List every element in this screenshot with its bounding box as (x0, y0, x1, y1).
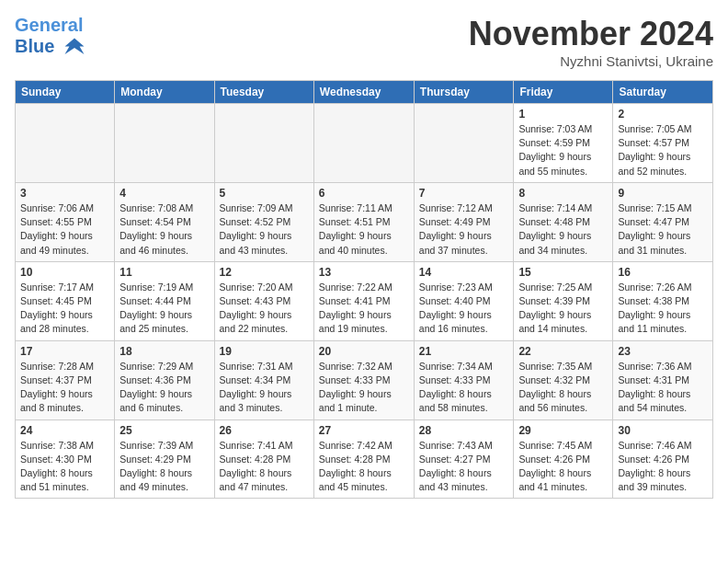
day-cell-27: 27Sunrise: 7:42 AM Sunset: 4:28 PM Dayli… (313, 419, 414, 499)
day-header-monday: Monday (115, 81, 214, 104)
day-cell-15: 15Sunrise: 7:25 AM Sunset: 4:39 PM Dayli… (514, 261, 613, 340)
day-cell-9: 9Sunrise: 7:15 AM Sunset: 4:47 PM Daylig… (613, 182, 713, 261)
day-info: Sunrise: 7:41 AM Sunset: 4:28 PM Dayligh… (220, 439, 309, 495)
day-cell-18: 18Sunrise: 7:29 AM Sunset: 4:36 PM Dayli… (115, 340, 214, 419)
day-number: 5 (220, 187, 309, 200)
title-block: November 2024 Nyzhni Stanivtsi, Ukraine (469, 15, 713, 69)
day-info: Sunrise: 7:14 AM Sunset: 4:48 PM Dayligh… (518, 201, 608, 258)
day-number: 12 (220, 266, 309, 279)
day-cell-24: 24Sunrise: 7:38 AM Sunset: 4:30 PM Dayli… (16, 419, 115, 499)
day-number: 2 (618, 108, 708, 121)
day-cell-30: 30Sunrise: 7:46 AM Sunset: 4:26 PM Dayli… (613, 419, 713, 499)
day-info: Sunrise: 7:32 AM Sunset: 4:33 PM Dayligh… (319, 360, 409, 416)
day-info: Sunrise: 7:29 AM Sunset: 4:36 PM Dayligh… (119, 360, 209, 416)
week-row-5: 24Sunrise: 7:38 AM Sunset: 4:30 PM Dayli… (16, 419, 713, 499)
day-info: Sunrise: 7:22 AM Sunset: 4:41 PM Dayligh… (319, 281, 409, 337)
day-cell-1: 1Sunrise: 7:03 AM Sunset: 4:59 PM Daylig… (514, 104, 613, 183)
week-row-4: 17Sunrise: 7:28 AM Sunset: 4:37 PM Dayli… (16, 340, 713, 419)
day-info: Sunrise: 7:35 AM Sunset: 4:32 PM Dayligh… (518, 360, 608, 416)
day-info: Sunrise: 7:46 AM Sunset: 4:26 PM Dayligh… (618, 439, 708, 495)
day-number: 18 (119, 345, 209, 358)
day-cell-25: 25Sunrise: 7:39 AM Sunset: 4:29 PM Dayli… (115, 419, 214, 499)
day-info: Sunrise: 7:28 AM Sunset: 4:37 PM Dayligh… (20, 360, 109, 416)
day-cell-28: 28Sunrise: 7:43 AM Sunset: 4:27 PM Dayli… (414, 419, 514, 499)
day-number: 3 (20, 187, 109, 200)
day-info: Sunrise: 7:19 AM Sunset: 4:44 PM Dayligh… (119, 281, 209, 337)
day-number: 21 (419, 345, 509, 358)
day-number: 29 (518, 424, 608, 437)
day-info: Sunrise: 7:25 AM Sunset: 4:39 PM Dayligh… (518, 281, 608, 337)
day-info: Sunrise: 7:42 AM Sunset: 4:28 PM Dayligh… (319, 439, 409, 495)
day-info: Sunrise: 7:26 AM Sunset: 4:38 PM Dayligh… (618, 281, 708, 337)
day-info: Sunrise: 7:06 AM Sunset: 4:55 PM Dayligh… (20, 201, 109, 258)
day-info: Sunrise: 7:34 AM Sunset: 4:33 PM Dayligh… (419, 360, 509, 416)
day-info: Sunrise: 7:03 AM Sunset: 4:59 PM Dayligh… (518, 122, 608, 178)
day-number: 23 (618, 345, 708, 358)
week-row-3: 10Sunrise: 7:17 AM Sunset: 4:45 PM Dayli… (16, 261, 713, 340)
logo-text: General (15, 15, 87, 35)
day-number: 30 (618, 424, 708, 437)
day-cell-26: 26Sunrise: 7:41 AM Sunset: 4:28 PM Dayli… (214, 419, 313, 499)
week-row-1: 1Sunrise: 7:03 AM Sunset: 4:59 PM Daylig… (16, 104, 713, 183)
day-number: 16 (618, 266, 708, 279)
day-header-wednesday: Wednesday (313, 81, 414, 104)
day-number: 17 (20, 345, 109, 358)
day-number: 24 (20, 424, 109, 437)
day-number: 27 (319, 424, 409, 437)
day-cell-17: 17Sunrise: 7:28 AM Sunset: 4:37 PM Dayli… (16, 340, 115, 419)
day-info: Sunrise: 7:45 AM Sunset: 4:26 PM Dayligh… (518, 439, 608, 495)
day-info: Sunrise: 7:15 AM Sunset: 4:47 PM Dayligh… (618, 201, 708, 258)
empty-cell (414, 104, 514, 183)
day-info: Sunrise: 7:08 AM Sunset: 4:54 PM Dayligh… (119, 201, 209, 258)
logo: General Blue (15, 15, 87, 61)
day-info: Sunrise: 7:43 AM Sunset: 4:27 PM Dayligh… (419, 439, 509, 495)
day-number: 13 (319, 266, 409, 279)
day-number: 11 (119, 266, 209, 279)
month-title: November 2024 (469, 15, 713, 53)
day-cell-12: 12Sunrise: 7:20 AM Sunset: 4:43 PM Dayli… (214, 261, 313, 340)
day-cell-3: 3Sunrise: 7:06 AM Sunset: 4:55 PM Daylig… (16, 182, 115, 261)
day-cell-5: 5Sunrise: 7:09 AM Sunset: 4:52 PM Daylig… (214, 182, 313, 261)
day-number: 1 (518, 108, 608, 121)
day-info: Sunrise: 7:12 AM Sunset: 4:49 PM Dayligh… (419, 201, 509, 258)
day-number: 9 (618, 187, 708, 200)
day-info: Sunrise: 7:05 AM Sunset: 4:57 PM Dayligh… (618, 122, 708, 178)
day-number: 19 (220, 345, 309, 358)
day-cell-7: 7Sunrise: 7:12 AM Sunset: 4:49 PM Daylig… (414, 182, 514, 261)
day-cell-20: 20Sunrise: 7:32 AM Sunset: 4:33 PM Dayli… (313, 340, 414, 419)
day-header-saturday: Saturday (613, 81, 713, 104)
day-cell-21: 21Sunrise: 7:34 AM Sunset: 4:33 PM Dayli… (414, 340, 514, 419)
svg-marker-0 (64, 39, 84, 55)
day-cell-19: 19Sunrise: 7:31 AM Sunset: 4:34 PM Dayli… (214, 340, 313, 419)
day-number: 22 (518, 345, 608, 358)
day-cell-11: 11Sunrise: 7:19 AM Sunset: 4:44 PM Dayli… (115, 261, 214, 340)
day-cell-23: 23Sunrise: 7:36 AM Sunset: 4:31 PM Dayli… (613, 340, 713, 419)
day-number: 14 (419, 266, 509, 279)
day-number: 4 (119, 187, 209, 200)
day-info: Sunrise: 7:31 AM Sunset: 4:34 PM Dayligh… (220, 360, 309, 416)
day-cell-22: 22Sunrise: 7:35 AM Sunset: 4:32 PM Dayli… (514, 340, 613, 419)
day-header-thursday: Thursday (414, 81, 514, 104)
calendar-header-row: SundayMondayTuesdayWednesdayThursdayFrid… (16, 81, 713, 104)
location-subtitle: Nyzhni Stanivtsi, Ukraine (469, 53, 713, 69)
day-header-sunday: Sunday (16, 81, 115, 104)
logo-text2: Blue (15, 35, 87, 61)
day-cell-16: 16Sunrise: 7:26 AM Sunset: 4:38 PM Dayli… (613, 261, 713, 340)
day-number: 15 (518, 266, 608, 279)
page-header: General Blue November 2024 Nyzhni Staniv… (15, 15, 713, 69)
calendar-body: 1Sunrise: 7:03 AM Sunset: 4:59 PM Daylig… (16, 104, 713, 499)
day-number: 26 (220, 424, 309, 437)
day-info: Sunrise: 7:17 AM Sunset: 4:45 PM Dayligh… (20, 281, 109, 337)
day-cell-13: 13Sunrise: 7:22 AM Sunset: 4:41 PM Dayli… (313, 261, 414, 340)
empty-cell (214, 104, 313, 183)
day-cell-6: 6Sunrise: 7:11 AM Sunset: 4:51 PM Daylig… (313, 182, 414, 261)
day-number: 6 (319, 187, 409, 200)
day-cell-8: 8Sunrise: 7:14 AM Sunset: 4:48 PM Daylig… (514, 182, 613, 261)
day-info: Sunrise: 7:23 AM Sunset: 4:40 PM Dayligh… (419, 281, 509, 337)
day-header-tuesday: Tuesday (214, 81, 313, 104)
empty-cell (313, 104, 414, 183)
empty-cell (16, 104, 115, 183)
day-cell-14: 14Sunrise: 7:23 AM Sunset: 4:40 PM Dayli… (414, 261, 514, 340)
day-cell-4: 4Sunrise: 7:08 AM Sunset: 4:54 PM Daylig… (115, 182, 214, 261)
day-info: Sunrise: 7:39 AM Sunset: 4:29 PM Dayligh… (119, 439, 209, 495)
